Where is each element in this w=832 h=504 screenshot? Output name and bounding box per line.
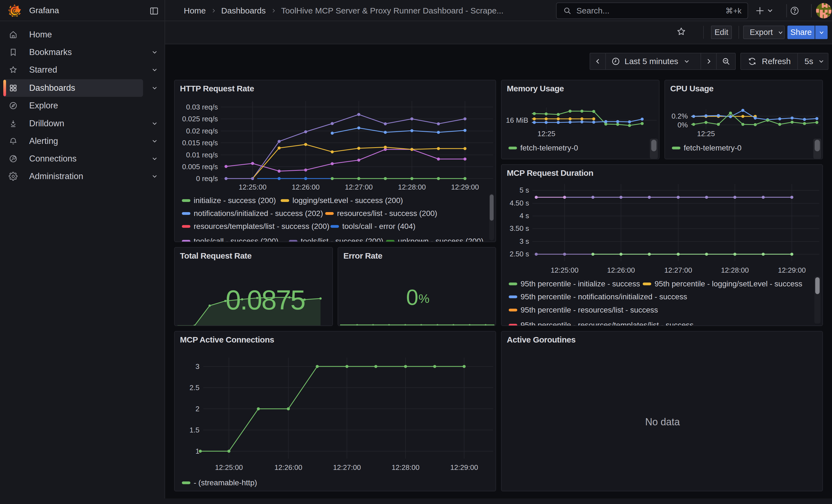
svg-text:12:25:00: 12:25:00	[238, 183, 266, 191]
svg-text:12:26:00: 12:26:00	[292, 183, 319, 191]
svg-text:12:28:00: 12:28:00	[721, 266, 749, 274]
svg-text:0.01 req/s: 0.01 req/s	[186, 151, 218, 159]
svg-text:12:28:00: 12:28:00	[398, 183, 426, 191]
svg-text:0.025 req/s: 0.025 req/s	[182, 115, 218, 123]
svg-text:12:25:00: 12:25:00	[215, 463, 243, 472]
svg-text:12:26:00: 12:26:00	[274, 463, 302, 472]
svg-text:0 req/s: 0 req/s	[196, 175, 218, 183]
svg-text:12:29:00: 12:29:00	[450, 463, 478, 472]
svg-text:16 MiB: 16 MiB	[506, 116, 528, 124]
svg-text:2: 2	[196, 405, 200, 413]
svg-text:12:29:00: 12:29:00	[451, 183, 479, 191]
svg-text:0.2%: 0.2%	[672, 112, 688, 120]
svg-text:12:27:00: 12:27:00	[664, 266, 692, 274]
svg-text:2.50 s: 2.50 s	[510, 250, 529, 258]
svg-text:4 s: 4 s	[519, 212, 529, 220]
svg-text:12:27:00: 12:27:00	[333, 463, 361, 472]
svg-text:0%: 0%	[677, 121, 688, 129]
svg-text:12:29:00: 12:29:00	[778, 266, 806, 274]
svg-text:12:26:00: 12:26:00	[607, 266, 635, 274]
svg-text:0.02 req/s: 0.02 req/s	[186, 127, 218, 135]
svg-text:4.50 s: 4.50 s	[510, 199, 529, 207]
svg-text:0.015 req/s: 0.015 req/s	[182, 139, 218, 147]
svg-text:3: 3	[196, 362, 200, 371]
svg-text:0.03 req/s: 0.03 req/s	[186, 103, 218, 111]
svg-text:0.005 req/s: 0.005 req/s	[182, 163, 218, 171]
svg-text:2.5: 2.5	[189, 383, 200, 392]
svg-text:12:27:00: 12:27:00	[345, 183, 372, 191]
svg-text:1.5: 1.5	[189, 426, 200, 434]
svg-text:12:25: 12:25	[697, 130, 715, 138]
svg-text:12:28:00: 12:28:00	[391, 463, 419, 472]
svg-text:12:25:00: 12:25:00	[550, 266, 578, 274]
svg-text:5 s: 5 s	[519, 186, 529, 194]
svg-text:3 s: 3 s	[519, 237, 529, 245]
svg-text:3.50 s: 3.50 s	[510, 224, 529, 233]
svg-text:12:25: 12:25	[537, 130, 555, 138]
